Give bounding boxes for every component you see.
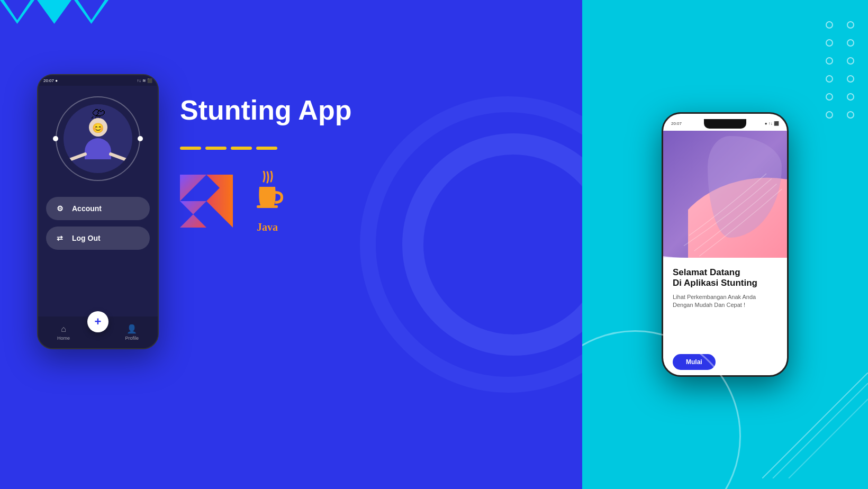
volume-up-button[interactable] — [787, 167, 789, 198]
splash-art — [663, 131, 787, 258]
dot-4 — [847, 39, 854, 47]
nav-profile-label: Profile — [125, 336, 139, 341]
fab-icon: + — [95, 315, 102, 329]
arm-left — [66, 152, 87, 162]
splash-title: Selamat Datang Di Aplikasi Stunting — [673, 267, 777, 289]
svg-marker-1 — [37, 0, 71, 24]
dot-1 — [826, 21, 833, 29]
dot-12 — [847, 111, 854, 119]
avatar-dot-right — [138, 136, 143, 141]
dash-4 — [256, 147, 277, 150]
logout-label: Log Out — [72, 234, 101, 242]
app-title: Stunting App — [180, 95, 445, 125]
dot-2 — [847, 21, 854, 29]
dots-grid — [826, 21, 857, 119]
account-icon: ⚙ — [54, 203, 66, 214]
kotlin-logo — [180, 175, 233, 230]
phone-notch — [704, 119, 746, 129]
phone-left-mockup: 20:07 ● ↑↓ ≋ ⬛ ⛈ 😊 — [37, 74, 159, 349]
svg-marker-3 — [180, 175, 206, 201]
account-label: Account — [72, 204, 102, 213]
logout-menu-item[interactable]: ⇄ Log Out — [46, 227, 150, 250]
phone-left-status-bar: 20:07 ● ↑↓ ≋ ⬛ — [38, 75, 158, 86]
java-label: Java — [257, 221, 278, 233]
dot-6 — [847, 57, 854, 65]
nav-home[interactable]: ⌂ Home — [57, 324, 70, 341]
phone-right-content: Selamat Datang Di Aplikasi Stunting Liha… — [663, 131, 787, 375]
home-icon: ⌂ — [61, 324, 66, 334]
svg-marker-6 — [206, 201, 233, 228]
tech-logos: Java — [180, 171, 445, 233]
profile-icon: 👤 — [126, 324, 137, 334]
nav-home-label: Home — [57, 336, 70, 341]
right-panel: 20:07 ● ↑↓ ⬛ — [582, 0, 868, 489]
java-logo: Java — [249, 171, 286, 233]
splash-subtitle: Lihat Perkembangan Anak Anda Dengan Muda… — [673, 293, 777, 310]
dash-2 — [205, 147, 227, 150]
svg-marker-4 — [206, 175, 233, 201]
avatar-inner: ⛈ 😊 — [64, 104, 132, 173]
volume-down-button[interactable] — [787, 204, 789, 236]
right-status-time: 20:07 — [671, 121, 682, 126]
svg-marker-2 — [74, 0, 108, 24]
left-panel: 20:07 ● ↑↓ ≋ ⬛ ⛈ 😊 — [0, 0, 582, 489]
svg-rect-7 — [257, 205, 278, 208]
center-content: Stunting App — [180, 95, 445, 233]
person-illustration: ⛈ 😊 — [85, 118, 111, 159]
top-chevrons-decoration — [0, 0, 108, 24]
avatar-area: ⛈ 😊 — [56, 96, 140, 181]
status-icons: ↑↓ ≋ ⬛ — [137, 78, 152, 83]
person-arms — [66, 151, 130, 162]
person-head: 😊 — [89, 118, 107, 137]
dash-1 — [180, 147, 201, 150]
fab-button[interactable]: + — [87, 311, 108, 332]
dot-9 — [826, 93, 833, 101]
svg-marker-5 — [180, 201, 206, 228]
nav-profile[interactable]: 👤 Profile — [125, 324, 139, 341]
phone-left-content: ⛈ 😊 — [38, 86, 158, 348]
avatar-dot-left — [53, 136, 58, 141]
dot-7 — [826, 75, 833, 83]
face-icon: 😊 — [92, 122, 104, 134]
logout-icon: ⇄ — [54, 232, 66, 244]
arm-right — [108, 152, 130, 162]
status-time: 20:07 ● — [43, 78, 58, 83]
dot-10 — [847, 93, 854, 101]
dash-decorations — [180, 147, 445, 150]
svg-marker-0 — [0, 0, 34, 24]
dash-3 — [231, 147, 252, 150]
diagonal-lines-decoration — [762, 373, 868, 478]
right-status-icons: ● ↑↓ ⬛ — [765, 121, 779, 126]
dot-8 — [847, 75, 854, 83]
phone-right-mockup: 20:07 ● ↑↓ ⬛ — [662, 112, 789, 377]
splash-title-block: Selamat Datang Di Aplikasi Stunting Liha… — [673, 267, 777, 318]
account-menu-item[interactable]: ⚙ Account — [46, 197, 150, 220]
dot-5 — [826, 57, 833, 65]
dot-11 — [826, 111, 833, 119]
dot-3 — [826, 39, 833, 47]
